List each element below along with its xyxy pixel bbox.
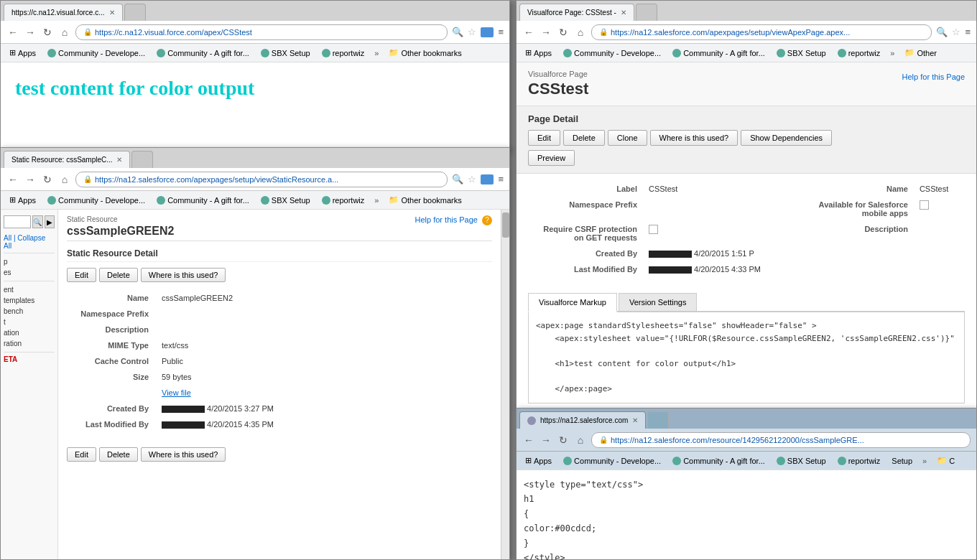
win3-bm-sbx[interactable]: SBX Setup (772, 47, 830, 59)
win3-back-btn[interactable]: ← (522, 26, 535, 39)
win1-search-icon[interactable]: 🔍 (452, 27, 463, 37)
win4-bm-comm1[interactable]: Community - Develope... (559, 455, 665, 467)
win3-edit-btn[interactable]: Edit (528, 130, 560, 146)
win3-forward-btn[interactable]: → (540, 26, 552, 39)
win2-sidebar-item-ration[interactable]: ration (4, 338, 55, 349)
win2-sidebar-item-p[interactable]: p (4, 256, 55, 267)
win4-home-btn[interactable]: ⌂ (574, 434, 587, 447)
win4-reload-btn[interactable]: ↻ (557, 434, 570, 447)
win1-menu-icon[interactable]: ≡ (498, 27, 504, 37)
win2-scrollbar[interactable] (501, 210, 509, 559)
win2-delete-btn[interactable]: Delete (99, 268, 138, 282)
win1-new-tab[interactable] (124, 4, 146, 21)
win2-bookmark-icon[interactable]: ☆ (468, 174, 476, 185)
win4-active-tab[interactable]: https://na12.salesforce.com ✕ (519, 411, 646, 429)
win2-bm-other[interactable]: 📁 Other bookmarks (384, 194, 466, 206)
win2-bm-comm1[interactable]: Community - Develope... (43, 195, 149, 206)
win2-home-btn[interactable]: ⌂ (58, 173, 71, 186)
win1-forward-btn[interactable]: → (24, 26, 37, 39)
win3-tab-close[interactable]: ✕ (621, 9, 626, 17)
win2-search-input[interactable] (4, 215, 31, 228)
win1-home-btn[interactable]: ⌂ (58, 26, 71, 39)
win2-cast-icon[interactable] (481, 174, 494, 185)
win1-reload-btn[interactable]: ↻ (41, 26, 54, 39)
win3-reload-btn[interactable]: ↻ (557, 26, 570, 39)
win4-bm-setup[interactable]: Setup (887, 455, 917, 467)
win4-tab-close[interactable]: ✕ (632, 416, 638, 424)
win3-available-checkbox[interactable] (920, 200, 929, 210)
win2-extra-tab[interactable] (131, 151, 153, 168)
win2-bottom-edit-btn[interactable]: Edit (67, 447, 96, 462)
win2-all-link[interactable]: All (4, 234, 11, 242)
win4-bm-comm2[interactable]: Community - A gift for... (668, 455, 769, 467)
win3-search-icon[interactable]: 🔍 (936, 27, 948, 37)
win1-bm-other[interactable]: 📁 Other bookmarks (384, 47, 466, 59)
win2-back-btn[interactable]: ← (6, 173, 19, 186)
win3-help-link[interactable]: Help for this Page (902, 73, 965, 81)
win2-bottom-where-used-btn[interactable]: Where is this used? (141, 447, 226, 462)
win2-help-link[interactable]: Help for this Page ? (415, 215, 493, 225)
win3-delete-btn[interactable]: Delete (563, 130, 605, 146)
win2-bm-more[interactable]: » (371, 196, 381, 205)
win2-bm-sbx[interactable]: SBX Setup (256, 195, 315, 206)
win3-preview-btn[interactable]: Preview (528, 150, 575, 166)
win2-where-used-btn[interactable]: Where is this used? (141, 268, 226, 282)
win3-url-box[interactable]: 🔒 https://na12.salesforce.com/apexpages/… (591, 24, 932, 40)
win1-bm-community1[interactable]: Community - Develope... (43, 47, 149, 59)
win4-back-btn[interactable]: ← (522, 434, 535, 447)
win2-sidebar-item-es[interactable]: es (4, 267, 55, 278)
win2-edit-btn[interactable]: Edit (67, 268, 96, 282)
win2-active-tab[interactable]: Static Resource: cssSampleC... ✕ (4, 151, 130, 168)
win2-sidebar-item-ation[interactable]: ation (4, 327, 55, 338)
win4-bm-apps[interactable]: ⊞ Apps (521, 454, 556, 467)
win4-bm-reportwiz[interactable]: reportwiz (833, 455, 885, 467)
win3-bm-more[interactable]: » (887, 49, 897, 57)
win1-bm-more[interactable]: » (371, 49, 381, 57)
win2-reload-btn[interactable]: ↻ (41, 173, 54, 186)
win3-bm-reportwiz[interactable]: reportwiz (833, 47, 885, 59)
win3-bm-comm2[interactable]: Community - A gift for... (668, 47, 769, 59)
win3-where-used-btn[interactable]: Where is this used? (650, 130, 738, 146)
win3-extra-tab[interactable] (636, 4, 657, 21)
win2-sidebar-item-bench[interactable]: bench (4, 306, 55, 317)
win3-bookmark-icon[interactable]: ☆ (952, 27, 960, 37)
win2-bm-comm2[interactable]: Community - A gift for... (152, 195, 254, 206)
win3-clone-btn[interactable]: Clone (608, 130, 647, 146)
win1-bm-sbx[interactable]: SBX Setup (256, 47, 315, 59)
win2-bm-reportwiz[interactable]: reportwiz (318, 195, 369, 206)
win3-menu-icon[interactable]: ≡ (965, 27, 971, 37)
win1-active-tab[interactable]: https://c.na12.visual.force.c... ✕ (4, 4, 123, 21)
win2-search-btn[interactable]: 🔍 (32, 215, 43, 228)
win1-url-box[interactable]: 🔒 https://c.na12.visual.force.com/apex/C… (75, 24, 448, 40)
win4-bm-c[interactable]: 📁 C (932, 454, 959, 467)
win4-forward-btn[interactable]: → (540, 434, 552, 447)
win3-bm-comm1[interactable]: Community - Develope... (559, 47, 665, 59)
win4-url-box[interactable]: 🔒 https://na12.salesforce.com/resource/1… (591, 432, 971, 448)
win3-tab-markup[interactable]: Visualforce Markup (528, 293, 617, 312)
win3-csrf-checkbox[interactable] (649, 225, 658, 234)
win3-active-tab[interactable]: Visualforce Page: CSStest - ✕ (519, 4, 634, 21)
win4-extra-tab[interactable] (647, 411, 669, 429)
win4-bm-sbx[interactable]: SBX Setup (772, 455, 830, 467)
win2-search-go-btn[interactable]: ▶ (45, 215, 55, 228)
win1-bm-community2[interactable]: Community - A gift for... (152, 47, 254, 59)
win4-bm-more[interactable]: » (920, 457, 930, 465)
win2-menu-icon[interactable]: ≡ (498, 174, 504, 185)
win1-tab-close[interactable]: ✕ (109, 9, 115, 17)
win3-bm-apps[interactable]: ⊞ Apps (521, 47, 556, 59)
win2-forward-btn[interactable]: → (24, 173, 37, 186)
win1-bm-apps[interactable]: ⊞ Apps (5, 47, 40, 59)
win1-back-btn[interactable]: ← (6, 26, 19, 39)
win3-bm-other[interactable]: 📁 Other (900, 47, 941, 59)
win3-home-btn[interactable]: ⌂ (574, 26, 587, 39)
win2-sidebar-item-ent[interactable]: ent (4, 284, 55, 295)
win2-bm-apps[interactable]: ⊞ Name Apps (5, 194, 40, 206)
win1-cast-icon[interactable] (481, 27, 494, 37)
win2-bottom-delete-btn[interactable]: Delete (99, 447, 138, 462)
win3-show-deps-btn[interactable]: Show Dependencies (741, 130, 832, 146)
win3-tab-version[interactable]: Version Settings (619, 293, 698, 311)
win1-bookmark-icon[interactable]: ☆ (468, 27, 476, 37)
win2-tab-close[interactable]: ✕ (116, 156, 122, 164)
win2-sidebar-item-templates[interactable]: templates (4, 295, 55, 306)
win1-bm-reportwiz[interactable]: reportwiz (318, 47, 369, 59)
